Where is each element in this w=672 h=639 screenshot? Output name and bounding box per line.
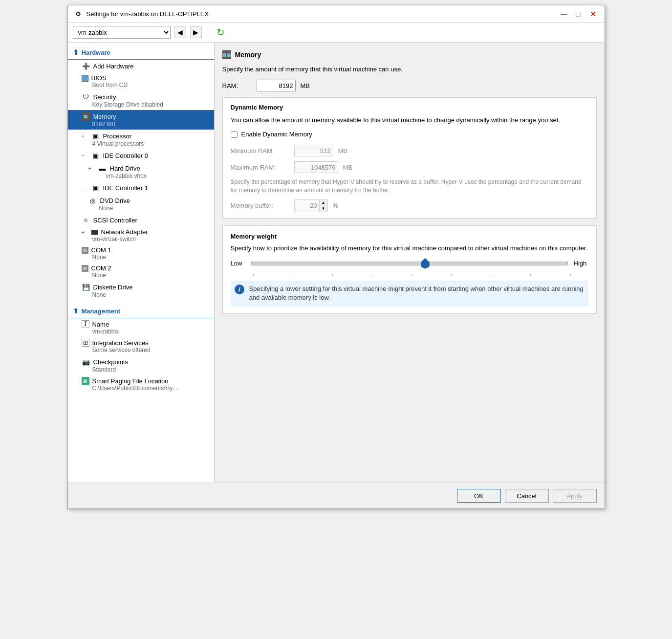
memory-weight-group: Memory weight Specify how to prioritize … bbox=[222, 225, 597, 314]
processor-sub: 4 Virtual processors bbox=[82, 140, 209, 147]
min-ram-label: Minimum RAM: bbox=[231, 147, 289, 154]
content-area: ▦▦ Memory Specify the amount of memory t… bbox=[215, 43, 605, 483]
apply-button[interactable]: Apply bbox=[553, 489, 597, 503]
com2-icon: ▤ bbox=[82, 265, 88, 272]
ide1-icon: ▣ bbox=[91, 183, 100, 192]
processor-expand-icon[interactable]: + bbox=[82, 133, 88, 139]
window-title: Settings for vm-zabbix on DELL-OPTIPLEX bbox=[87, 10, 209, 18]
hard-drive-expand-icon[interactable]: + bbox=[88, 165, 95, 171]
min-ram-input bbox=[294, 145, 333, 156]
title-bar-left: ⚙ Settings for vm-zabbix on DELL-OPTIPLE… bbox=[74, 9, 209, 18]
minimize-button[interactable]: — bbox=[559, 9, 569, 18]
com2-sub: None bbox=[82, 272, 209, 279]
info-text: Specifying a lower setting for this virt… bbox=[249, 285, 585, 302]
slider-low-label: Low bbox=[231, 260, 245, 267]
hard-drive-icon: ▬ bbox=[98, 164, 107, 173]
enable-dynamic-checkbox[interactable] bbox=[231, 131, 238, 138]
bios-icon bbox=[82, 75, 88, 82]
sidebar-item-add-hardware[interactable]: ➕ Add Hardware bbox=[68, 60, 214, 72]
vm-selector[interactable]: vm-zabbix bbox=[73, 26, 171, 39]
sidebar-item-name[interactable]: I Name vm-zabbix bbox=[68, 318, 214, 337]
sidebar-item-ide1[interactable]: − ▣ IDE Controller 1 bbox=[68, 181, 214, 194]
hardware-expand-icon[interactable]: ⬆ bbox=[73, 48, 79, 56]
nav-back-button[interactable]: ◀ bbox=[174, 26, 186, 38]
tick-5 bbox=[412, 274, 412, 276]
sidebar-item-bios[interactable]: BIOS Boot from CD bbox=[68, 72, 214, 90]
network-expand-icon[interactable]: + bbox=[82, 229, 88, 235]
hardware-section-header: ⬆ Hardware bbox=[68, 45, 214, 60]
tick-3 bbox=[332, 274, 333, 276]
ram-label: RAM: bbox=[222, 82, 252, 89]
tick-6 bbox=[451, 274, 452, 276]
ok-button[interactable]: OK bbox=[457, 489, 501, 503]
sidebar-item-com1[interactable]: ▤ COM 1 None bbox=[68, 244, 214, 263]
bios-sub: Boot from CD bbox=[82, 82, 209, 88]
dvd-sub: None bbox=[88, 205, 209, 212]
sidebar-item-diskette[interactable]: 💾 Diskette Drive None bbox=[68, 281, 214, 300]
sidebar: ⬆ Hardware ➕ Add Hardware BIOS Boot from… bbox=[68, 43, 215, 483]
sidebar-item-security[interactable]: 🛡 Security Key Storage Drive disabled bbox=[68, 90, 214, 110]
weight-desc: Specify how to prioritize the availabili… bbox=[231, 244, 588, 253]
spinner-up-button[interactable]: ▲ bbox=[320, 200, 327, 206]
buffer-description: Specify the percentage of memory that Hy… bbox=[231, 178, 588, 195]
dvd-icon: ◎ bbox=[88, 196, 97, 205]
main-area: ⬆ Hardware ➕ Add Hardware BIOS Boot from… bbox=[68, 43, 605, 483]
memory-section-icon: ▦▦ bbox=[222, 50, 231, 59]
enable-dynamic-label[interactable]: Enable Dynamic Memory bbox=[241, 131, 312, 138]
tick-1 bbox=[253, 274, 254, 276]
smart-paging-label: Smart Paging File Location bbox=[92, 377, 169, 385]
sidebar-item-processor[interactable]: + ▣ Processor 4 Virtual processors bbox=[68, 130, 214, 149]
nav-forward-button[interactable]: ▶ bbox=[190, 26, 202, 38]
spinner-down-button[interactable]: ▼ bbox=[320, 206, 327, 212]
info-box: i Specifying a lower setting for this vi… bbox=[231, 281, 588, 306]
content-description: Specify the amount of memory that this v… bbox=[222, 65, 597, 74]
diskette-sub: None bbox=[82, 291, 209, 298]
integration-icon: ⊞ bbox=[82, 339, 89, 347]
hard-drive-sub: vm-zabbix.vhdx bbox=[88, 173, 209, 179]
cancel-button[interactable]: Cancel bbox=[505, 489, 549, 503]
slider-track[interactable] bbox=[251, 262, 568, 265]
com1-label: COM 1 bbox=[91, 246, 111, 254]
slider-thumb[interactable] bbox=[421, 258, 430, 269]
refresh-button[interactable]: ↻ bbox=[214, 25, 228, 39]
close-button[interactable]: ✕ bbox=[588, 9, 599, 18]
diskette-label: Diskette Drive bbox=[93, 284, 133, 291]
tick-9 bbox=[570, 274, 571, 276]
section-line bbox=[265, 55, 596, 55]
checkpoints-icon: 📷 bbox=[82, 357, 90, 366]
memory-sub: 8192 MB bbox=[82, 121, 209, 128]
sidebar-item-smart-paging[interactable]: ▦ Smart Paging File Location C:\Users\Pu… bbox=[68, 375, 214, 394]
max-ram-label: Maximum RAM: bbox=[231, 164, 289, 171]
processor-label: Processor bbox=[103, 132, 132, 140]
toolbar: vm-zabbix ◀ ▶ ↻ bbox=[68, 22, 605, 43]
ide0-expand-icon[interactable]: − bbox=[82, 153, 88, 158]
memory-icon: ▦ bbox=[82, 112, 90, 121]
management-expand-icon[interactable]: ⬆ bbox=[73, 307, 79, 315]
sidebar-item-dvd-drive[interactable]: ◎ DVD Drive None bbox=[68, 194, 214, 214]
sidebar-item-checkpoints[interactable]: 📷 Checkpoints Standard bbox=[68, 355, 214, 375]
add-hardware-label: Add Hardware bbox=[93, 63, 134, 70]
scsi-label: SCSI Controller bbox=[93, 217, 137, 224]
sidebar-item-scsi[interactable]: ⚙ SCSI Controller bbox=[68, 214, 214, 226]
ide1-label: IDE Controller 1 bbox=[103, 184, 148, 192]
max-ram-input bbox=[294, 161, 338, 173]
sidebar-item-ide0[interactable]: − ▣ IDE Controller 0 bbox=[68, 149, 214, 162]
maximize-button[interactable]: ▢ bbox=[573, 9, 584, 18]
ide1-expand-icon[interactable]: − bbox=[82, 185, 88, 191]
title-controls: — ▢ ✕ bbox=[559, 9, 599, 18]
sidebar-item-memory[interactable]: ▦ Memory 8192 MB bbox=[68, 110, 214, 130]
ide0-icon: ▣ bbox=[91, 151, 100, 160]
sidebar-item-com2[interactable]: ▤ COM 2 None bbox=[68, 263, 214, 281]
ram-row: RAM: MB bbox=[222, 80, 597, 91]
spinner-buttons: ▲ ▼ bbox=[319, 200, 327, 212]
dvd-label: DVD Drive bbox=[100, 197, 130, 204]
sidebar-item-integration[interactable]: ⊞ Integration Services Some services off… bbox=[68, 337, 214, 355]
ram-input[interactable] bbox=[257, 80, 296, 91]
sidebar-item-network[interactable]: + Network Adapter vm-virtual-switch bbox=[68, 226, 214, 244]
buffer-row: Memory buffer: ▲ ▼ % bbox=[231, 199, 588, 212]
name-label: Name bbox=[92, 321, 109, 328]
management-section-label: Management bbox=[82, 308, 120, 315]
processor-icon: ▣ bbox=[91, 132, 100, 140]
sidebar-item-hard-drive[interactable]: + ▬ Hard Drive vm-zabbix.vhdx bbox=[68, 162, 214, 181]
hard-drive-label: Hard Drive bbox=[110, 165, 140, 172]
